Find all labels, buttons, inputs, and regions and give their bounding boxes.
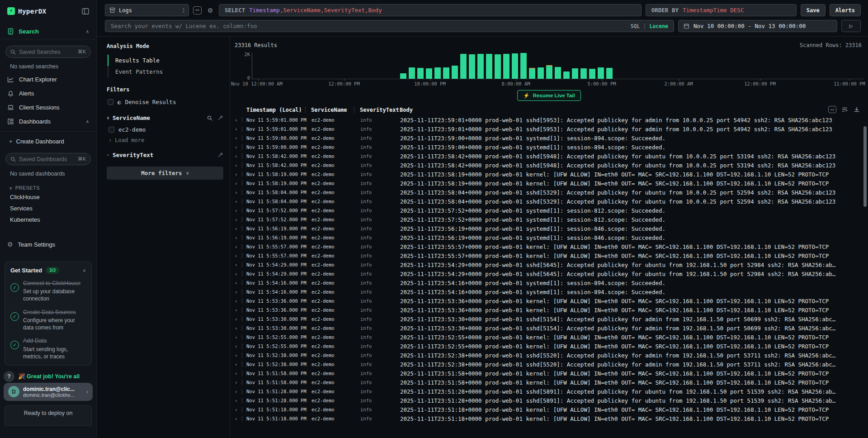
table-row[interactable]: › Nov 11 5:53:36.000 PM ec2-demo info 20…	[230, 296, 868, 305]
row-expand-chevron-icon[interactable]: ›	[235, 407, 242, 413]
row-expand-chevron-icon[interactable]: ›	[235, 289, 242, 295]
row-expand-chevron-icon[interactable]: ›	[235, 298, 242, 304]
row-expand-chevron-icon[interactable]: ›	[235, 162, 242, 168]
table-row[interactable]: › Nov 11 5:53:36.000 PM ec2-demo info 20…	[230, 305, 868, 314]
lang-toggle-lucene[interactable]: Lucene	[649, 23, 668, 29]
row-expand-chevron-icon[interactable]: ›	[235, 389, 242, 395]
mode-results-table[interactable]: Results Table	[108, 55, 223, 66]
table-row[interactable]: › Nov 11 5:59:01.000 PM ec2-demo info 20…	[230, 124, 868, 133]
get-started-item[interactable]: ✓ Connect to ClickHouse Set up your data…	[10, 280, 86, 303]
filter-group-servicename[interactable]: ∨ ServiceName	[107, 114, 223, 121]
table-row[interactable]: › Nov 11 5:58:04.000 PM ec2-demo info 20…	[230, 188, 868, 197]
table-row[interactable]: › Nov 11 5:51:28.000 PM ec2-demo info 20…	[230, 387, 868, 396]
filter-group-severitytext[interactable]: › SeverityText	[107, 152, 223, 158]
table-row[interactable]: › Nov 11 5:58:42.000 PM ec2-demo info 20…	[230, 152, 868, 161]
row-expand-chevron-icon[interactable]: ›	[235, 380, 242, 386]
table-row[interactable]: › Nov 11 5:52:38.000 PM ec2-demo info 20…	[230, 360, 868, 369]
row-expand-chevron-icon[interactable]: ›	[235, 334, 242, 340]
presets-section-toggle[interactable]: ∨ PRESETS	[0, 180, 96, 191]
table-row[interactable]: › Nov 11 5:51:28.000 PM ec2-demo info 20…	[230, 396, 868, 405]
sidebar-item-chart-explorer[interactable]: Chart Explorer	[0, 72, 96, 86]
table-row[interactable]: › Nov 11 5:51:58.000 PM ec2-demo info 20…	[230, 369, 868, 378]
get-started-item[interactable]: ✓ Create Data Sources Configure where yo…	[10, 309, 86, 332]
get-started-header[interactable]: Get Started 3/3 ∧	[10, 267, 86, 274]
row-expand-chevron-icon[interactable]: ›	[235, 352, 242, 358]
mode-event-patterns[interactable]: Event Patterns	[108, 66, 223, 77]
saved-dashboards-input[interactable]: Saved Dashboards ⌘K	[5, 153, 91, 165]
row-expand-chevron-icon[interactable]: ›	[235, 117, 242, 123]
table-row[interactable]: › Nov 11 5:55:57.000 PM ec2-demo info 20…	[230, 242, 868, 251]
results-histogram[interactable]: 2K 0 Nov 10 12:00:00 AM12:00:00 PM10:00:…	[230, 51, 868, 87]
row-expand-chevron-icon[interactable]: ›	[235, 135, 242, 141]
row-expand-chevron-icon[interactable]: ›	[235, 226, 242, 232]
row-expand-chevron-icon[interactable]: ›	[235, 126, 242, 132]
row-expand-chevron-icon[interactable]: ›	[235, 190, 242, 195]
table-row[interactable]: › Nov 11 5:52:55.000 PM ec2-demo info 20…	[230, 342, 868, 351]
table-row[interactable]: › Nov 11 5:57:52.000 PM ec2-demo info 20…	[230, 215, 868, 224]
pin-icon[interactable]	[217, 152, 223, 158]
sidebar-item-team-settings[interactable]: ⚙ Team Settings	[0, 237, 96, 252]
row-expand-chevron-icon[interactable]: ›	[235, 280, 242, 286]
saved-searches-input[interactable]: Saved Searches ⌘K	[5, 46, 91, 58]
row-expand-chevron-icon[interactable]: ›	[235, 343, 242, 349]
row-expand-chevron-icon[interactable]: ›	[235, 235, 242, 241]
row-expand-chevron-icon[interactable]: ›	[235, 416, 242, 422]
chevron-up-icon[interactable]: ∧	[86, 119, 89, 124]
sidebar-preset-kubernetes[interactable]: Kubernetes	[0, 214, 96, 225]
select-columns-input[interactable]: SELECTTimestamp,ServiceName,SeverityText…	[219, 4, 642, 16]
row-expand-chevron-icon[interactable]: ›	[235, 271, 242, 277]
row-expand-chevron-icon[interactable]: ›	[235, 244, 242, 250]
table-row[interactable]: › Nov 11 5:54:29.000 PM ec2-demo info 20…	[230, 260, 868, 269]
sidebar-preset-services[interactable]: Services	[0, 203, 96, 214]
table-row[interactable]: › Nov 11 5:55:57.000 PM ec2-demo info 20…	[230, 251, 868, 260]
get-started-item[interactable]: ✓ Add Data Start sending logs, metrics, …	[10, 337, 86, 360]
sidebar-item-dashboards[interactable]: Dashboards ∧	[0, 114, 96, 129]
sidebar-item-client-sessions[interactable]: Client Sessions	[0, 100, 96, 114]
edit-sql-icon-button[interactable]: <>	[193, 6, 202, 14]
table-row[interactable]: › Nov 11 5:53:30.000 PM ec2-demo info 20…	[230, 314, 868, 324]
sidebar-item-search[interactable]: Search ∧	[0, 24, 96, 39]
table-row[interactable]: › Nov 11 5:59:00.000 PM ec2-demo info 20…	[230, 143, 868, 152]
row-expand-chevron-icon[interactable]: ›	[235, 153, 242, 159]
table-row[interactable]: › Nov 11 5:53:30.000 PM ec2-demo info 20…	[230, 324, 868, 333]
table-row[interactable]: › Nov 11 5:54:16.000 PM ec2-demo info 20…	[230, 278, 868, 287]
row-expand-chevron-icon[interactable]: ›	[235, 199, 242, 205]
pin-icon[interactable]	[217, 115, 223, 121]
user-card[interactable]: D dominic.tran@clic... dominic.tran@clic…	[4, 383, 93, 401]
table-row[interactable]: › Nov 11 5:51:58.000 PM ec2-demo info 20…	[230, 378, 868, 387]
sidebar-item-alerts[interactable]: Alerts	[0, 86, 96, 100]
row-expand-chevron-icon[interactable]: ›	[235, 316, 242, 322]
table-row[interactable]: › Nov 11 5:57:52.000 PM ec2-demo info 20…	[230, 206, 868, 215]
row-expand-chevron-icon[interactable]: ›	[235, 217, 242, 223]
app-logo[interactable]: ⚡ HyperDX	[7, 7, 47, 15]
table-row[interactable]: › Nov 11 5:51:18.000 PM ec2-demo info 20…	[230, 414, 868, 423]
date-range-picker[interactable]: Nov 10 00:00:00 - Nov 13 00:00:00	[678, 20, 837, 32]
denoise-checkbox[interactable]	[108, 99, 113, 105]
row-expand-chevron-icon[interactable]: ›	[235, 208, 242, 214]
resume-live-tail-button[interactable]: ⚡ Resume Live Tail	[517, 90, 580, 101]
source-select[interactable]: Logs ∧∨	[105, 4, 189, 16]
table-row[interactable]: › Nov 11 5:58:19.000 PM ec2-demo info 20…	[230, 179, 868, 188]
load-more-button[interactable]: › Load more	[108, 137, 223, 143]
table-row[interactable]: › Nov 11 5:54:16.000 PM ec2-demo info 20…	[230, 287, 868, 296]
row-expand-chevron-icon[interactable]: ›	[235, 144, 242, 150]
view-source-icon[interactable]: <>	[828, 106, 836, 113]
column-header-servicename[interactable]: ServiceName	[306, 107, 354, 113]
run-query-button[interactable]: ▷	[841, 20, 861, 32]
chevron-up-icon[interactable]: ∧	[83, 268, 86, 273]
create-dashboard-button[interactable]: + Create Dashboard	[0, 134, 96, 147]
column-header-body[interactable]: Body	[394, 107, 868, 113]
table-row[interactable]: › Nov 11 5:58:19.000 PM ec2-demo info 20…	[230, 170, 868, 179]
table-row[interactable]: › Nov 11 5:58:42.000 PM ec2-demo info 20…	[230, 161, 868, 170]
sidebar-preset-clickhouse[interactable]: ClickHouse	[0, 191, 96, 203]
row-expand-chevron-icon[interactable]: ›	[235, 398, 242, 404]
row-expand-chevron-icon[interactable]: ›	[235, 371, 242, 376]
filter-value-ec2-demo[interactable]: ec2-demo	[108, 126, 223, 133]
event-search-input[interactable]: Search your events w/ Lucene ex. column:…	[105, 20, 674, 32]
table-row[interactable]: › Nov 11 5:56:19.000 PM ec2-demo info 20…	[230, 233, 868, 242]
column-header-timestamp[interactable]: Timestamp (Local)	[242, 107, 306, 113]
download-icon[interactable]	[854, 106, 860, 113]
filter-checkbox[interactable]	[108, 127, 114, 133]
row-expand-chevron-icon[interactable]: ›	[235, 253, 242, 259]
row-expand-chevron-icon[interactable]: ›	[235, 307, 242, 313]
